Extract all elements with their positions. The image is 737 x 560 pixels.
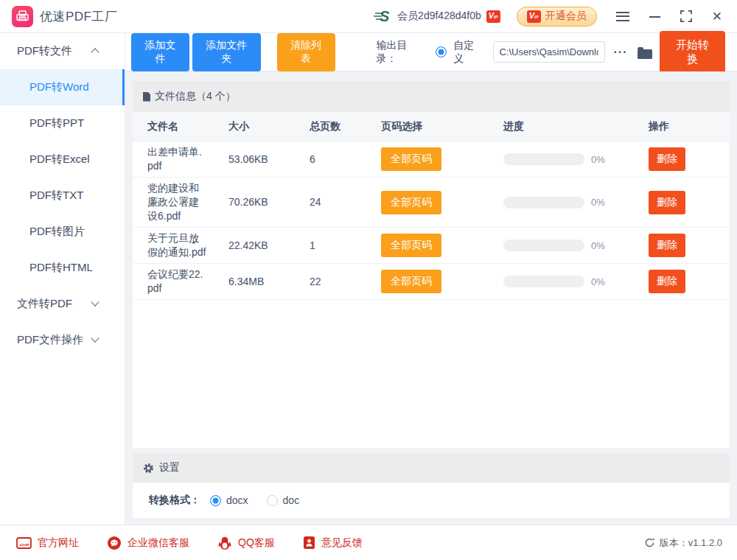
progress-bar	[503, 197, 584, 209]
progress-value: 0%	[591, 275, 605, 289]
col-filename: 文件名	[147, 119, 228, 133]
toolbar: 添加文件 添加文件夹 清除列表 输出目录： 自定义 ··· 开始转换	[125, 33, 737, 71]
sidebar-item-label: PDF转图片	[29, 225, 85, 239]
qq-service-link[interactable]: QQ客服	[217, 536, 275, 550]
feedback-icon	[303, 536, 315, 550]
col-progress: 进度	[503, 119, 649, 133]
menu-icon[interactable]	[616, 12, 629, 21]
sidebar-item-pdf-to-html[interactable]: PDF转HTML	[0, 250, 125, 286]
table-row: 党的建设和廉政公署建设6.pdf 70.26KB 24 全部页码 0% 删除	[133, 178, 730, 228]
close-icon[interactable]: ✕	[712, 10, 722, 23]
svg-text:.com: .com	[18, 541, 29, 546]
add-file-button[interactable]: 添加文件	[131, 33, 189, 71]
sidebar-item-label: PDF转HTML	[29, 261, 93, 275]
svg-text:S: S	[380, 8, 390, 24]
file-name: 出差申请单.pdf	[147, 145, 228, 173]
format-doc-radio[interactable]	[267, 495, 278, 506]
page-select-button[interactable]: 全部页码	[381, 191, 441, 214]
app-logo-icon: PDF	[12, 6, 33, 27]
file-name: 党的建设和廉政公署建设6.pdf	[147, 181, 228, 223]
file-pages: 24	[310, 195, 381, 209]
sidebar-group-pdf-operations[interactable]: PDF文件操作	[0, 322, 125, 358]
svg-text:PDF: PDF	[20, 17, 26, 20]
format-doc-label[interactable]: doc	[283, 494, 300, 506]
app-title: 优速PDF工厂	[40, 8, 118, 25]
official-website-link[interactable]: .com 官方网址	[16, 536, 79, 550]
version-label: 版本：v1.1.2.0	[660, 536, 722, 550]
sidebar: PDF转文件 PDF转Word PDF转PPT PDF转Excel PDF转TX…	[0, 33, 125, 525]
table-header: 文件名 大小 总页数 页码选择 进度 操作	[133, 112, 730, 141]
sidebar-group-file-to-pdf[interactable]: 文件转PDF	[0, 286, 125, 322]
document-icon	[143, 92, 150, 102]
settings-header: 设置	[133, 453, 730, 483]
sidebar-item-pdf-to-ppt[interactable]: PDF转PPT	[0, 105, 125, 141]
vip-icon: VIP	[527, 10, 541, 23]
maximize-icon[interactable]	[680, 10, 692, 22]
member-avatar-icon: S	[372, 8, 392, 24]
link-label: 意见反馈	[321, 536, 363, 550]
open-folder-icon[interactable]	[638, 49, 652, 59]
file-pages: 1	[310, 239, 381, 253]
vip-badge-icon: VIP	[486, 10, 500, 23]
progress-bar	[503, 239, 584, 251]
delete-button[interactable]: 删除	[649, 147, 685, 171]
output-dir-label: 输出目录：	[377, 39, 427, 66]
website-icon: .com	[16, 537, 32, 549]
chevron-down-icon	[91, 298, 99, 306]
minimize-icon[interactable]	[649, 16, 660, 18]
file-size: 6.34MB	[228, 275, 310, 289]
format-row: 转换格式： docx doc	[133, 483, 730, 518]
format-docx-label[interactable]: docx	[226, 494, 248, 506]
add-folder-button[interactable]: 添加文件夹	[192, 33, 261, 71]
page-select-button[interactable]: 全部页码	[381, 270, 441, 293]
start-convert-button[interactable]: 开始转换	[660, 31, 725, 74]
sidebar-item-pdf-to-excel[interactable]: PDF转Excel	[0, 141, 125, 178]
sidebar-item-label: PDF转PPT	[29, 116, 84, 130]
delete-button[interactable]: 删除	[649, 234, 685, 257]
browse-more-button[interactable]: ···	[614, 46, 628, 59]
content-area: 文件信息（4 个） 文件名 大小 总页数 页码选择 进度 操作 出差申请单.pd…	[125, 71, 737, 525]
version-info: 版本：v1.1.2.0	[644, 536, 722, 550]
sidebar-item-pdf-to-word[interactable]: PDF转Word	[0, 69, 125, 105]
sidebar-group-pdf-to-file[interactable]: PDF转文件	[0, 33, 125, 69]
delete-button[interactable]: 删除	[649, 270, 685, 293]
sidebar-group-label: 文件转PDF	[17, 297, 72, 311]
custom-dir-radio[interactable]	[436, 46, 447, 57]
format-docx-radio[interactable]	[210, 495, 221, 506]
file-size: 53.06KB	[228, 153, 310, 167]
sidebar-item-pdf-to-txt[interactable]: PDF转TXT	[0, 178, 125, 214]
settings-title: 设置	[159, 461, 180, 475]
open-vip-button[interactable]: VIP 开通会员	[517, 7, 597, 27]
table-row: 关于元旦放假的通知.pdf 22.42KB 1 全部页码 0% 删除	[133, 228, 730, 264]
progress-bar	[503, 276, 584, 287]
qq-icon	[217, 536, 232, 550]
feedback-link[interactable]: 意见反馈	[303, 536, 363, 550]
chevron-down-icon	[91, 334, 99, 342]
refresh-icon[interactable]	[644, 537, 655, 548]
col-action: 操作	[649, 119, 730, 133]
progress-value: 0%	[591, 239, 605, 253]
progress-value: 0%	[591, 195, 605, 209]
file-panel: 文件信息（4 个） 文件名 大小 总页数 页码选择 进度 操作 出差申请单.pd…	[133, 81, 730, 448]
sidebar-item-pdf-to-image[interactable]: PDF转图片	[0, 214, 125, 250]
open-vip-label: 开通会员	[545, 10, 587, 23]
custom-dir-label: 自定义	[453, 39, 483, 66]
gear-icon	[143, 463, 154, 474]
wechat-icon	[107, 536, 122, 550]
output-path-input[interactable]	[493, 41, 605, 63]
file-name: 会议纪要22.pdf	[147, 267, 228, 295]
page-select-button[interactable]: 全部页码	[381, 234, 441, 257]
col-size: 大小	[228, 119, 310, 133]
progress-bar	[503, 153, 584, 165]
page-select-button[interactable]: 全部页码	[381, 147, 441, 171]
file-size: 70.26KB	[228, 195, 310, 209]
col-page-select: 页码选择	[381, 119, 503, 133]
table-row: 出差申请单.pdf 53.06KB 6 全部页码 0% 删除	[133, 141, 730, 178]
wechat-service-link[interactable]: 企业微信客服	[107, 536, 189, 550]
delete-button[interactable]: 删除	[649, 191, 685, 214]
file-name: 关于元旦放假的通知.pdf	[147, 231, 228, 259]
clear-list-button[interactable]: 清除列表	[277, 33, 335, 71]
sidebar-group-label: PDF文件操作	[17, 333, 83, 347]
file-panel-header: 文件信息（4 个）	[133, 81, 730, 112]
table-row: 会议纪要22.pdf 6.34MB 22 全部页码 0% 删除	[133, 264, 730, 300]
